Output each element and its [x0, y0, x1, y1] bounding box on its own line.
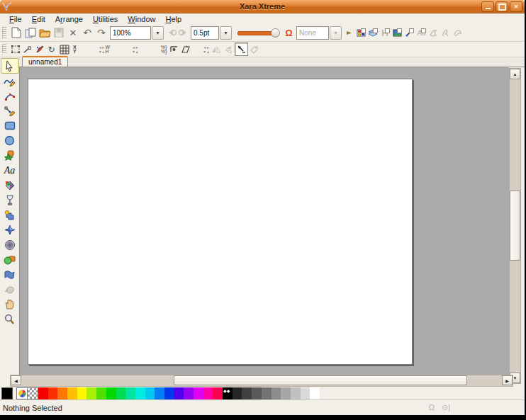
color-swatch[interactable]: [106, 387, 116, 399]
color-swatch[interactable]: [164, 387, 174, 399]
scroll-right-button[interactable]: ▶: [502, 375, 513, 385]
color-swatch[interactable]: [281, 387, 291, 399]
fill-gallery-button[interactable]: [355, 27, 367, 39]
live-effects-tool-button[interactable]: [1, 282, 18, 297]
snap-to-objects-button[interactable]: Ω: [283, 27, 295, 39]
line-width-dropdown[interactable]: ▼: [220, 26, 232, 40]
transparency-gallery-button[interactable]: [440, 27, 452, 39]
pen-tool-button[interactable]: [1, 103, 18, 118]
menu-file[interactable]: File: [4, 15, 27, 23]
selector-tool-button[interactable]: [1, 58, 19, 74]
ellipse-tool-button[interactable]: [1, 133, 18, 148]
fill-type-dropdown[interactable]: ▼: [330, 26, 342, 40]
rectangle-tool-button[interactable]: [1, 118, 18, 133]
transparency-tool-button[interactable]: [1, 193, 18, 208]
feather-slider-handle[interactable]: [271, 28, 280, 38]
save-button[interactable]: [52, 25, 66, 40]
color-swatch[interactable]: [67, 387, 77, 399]
push-tool-button[interactable]: [1, 297, 18, 312]
scroll-up-button[interactable]: ▲: [510, 69, 520, 79]
menu-window[interactable]: Window: [123, 15, 160, 23]
menu-help[interactable]: Help: [160, 15, 186, 23]
horizontal-scroll-thumb[interactable]: [174, 375, 467, 385]
rotate-mode-icon[interactable]: ↻: [45, 43, 57, 55]
name-gallery-button[interactable]: [379, 27, 391, 39]
color-swatch[interactable]: [213, 387, 223, 399]
zoom-to-drawing-button[interactable]: [177, 27, 189, 39]
color-swatch[interactable]: [96, 387, 106, 399]
rotation-center-icon[interactable]: [168, 43, 180, 55]
color-swatch[interactable]: [125, 387, 135, 399]
paint-on-object-icon[interactable]: [33, 43, 45, 55]
color-swatch[interactable]: [116, 387, 126, 399]
open-button[interactable]: [38, 25, 52, 40]
skew-icon[interactable]: [180, 43, 192, 55]
flip-horizontal-icon[interactable]: [211, 43, 223, 55]
nudge-controls[interactable]: ◂ ▸▾ ▴: [133, 45, 138, 54]
flip-vertical-icon[interactable]: [223, 43, 235, 55]
color-editor-button[interactable]: [16, 387, 28, 399]
snap-to-grid-icon[interactable]: [57, 42, 72, 57]
apply-arrow-icon[interactable]: [343, 27, 355, 39]
shadow-tool-button[interactable]: [1, 208, 18, 222]
color-swatch[interactable]: [155, 387, 164, 399]
toolbar-grip[interactable]: [2, 27, 6, 39]
toolbar-grip[interactable]: [2, 44, 6, 55]
bevel-tool-button[interactable]: [1, 222, 18, 237]
quickshape-tool-button[interactable]: [1, 148, 18, 163]
print-button[interactable]: [23, 25, 38, 40]
redo-button[interactable]: ↷: [94, 25, 108, 40]
new-document-button[interactable]: [9, 25, 23, 40]
zoom-level-value[interactable]: 100%: [110, 26, 151, 40]
color-swatch[interactable]: [194, 387, 203, 399]
color-swatch[interactable]: [86, 387, 96, 399]
select-under-icon[interactable]: [21, 43, 33, 55]
canvas-area[interactable]: [19, 67, 509, 375]
line-gallery-button[interactable]: [403, 27, 415, 39]
designs-gallery-button[interactable]: [452, 27, 464, 39]
zoom-tool-button[interactable]: [1, 312, 18, 327]
menu-utilities[interactable]: Utilities: [88, 15, 123, 23]
feather-slider[interactable]: [236, 27, 280, 38]
color-swatch[interactable]: [233, 387, 242, 399]
color-swatch[interactable]: [48, 387, 58, 399]
color-swatch[interactable]: [301, 387, 310, 399]
color-swatch[interactable]: ◆◆: [223, 387, 233, 399]
color-swatch[interactable]: [135, 387, 145, 399]
delete-button[interactable]: ✕: [66, 25, 80, 40]
color-swatch[interactable]: [145, 387, 155, 399]
document-page[interactable]: [28, 79, 413, 365]
fill-tool-button[interactable]: [1, 178, 18, 193]
text-tool-button[interactable]: Aa: [1, 163, 18, 178]
color-swatch[interactable]: [184, 387, 194, 399]
no-color-swatch[interactable]: [28, 387, 38, 399]
color-gallery-button[interactable]: [427, 27, 440, 39]
marquee-select-icon[interactable]: [9, 43, 21, 55]
color-swatch[interactable]: [38, 387, 48, 399]
font-gallery-button[interactable]: Aa: [415, 27, 427, 39]
fill-type-value[interactable]: None: [296, 26, 329, 40]
menu-edit[interactable]: Edit: [27, 15, 50, 23]
previous-zoom-button[interactable]: [165, 27, 177, 39]
minimize-button[interactable]: [481, 1, 494, 12]
color-swatch[interactable]: [262, 387, 272, 399]
color-swatch[interactable]: [291, 387, 301, 399]
blend-tool-button[interactable]: [1, 252, 18, 267]
mould-tool-button[interactable]: [1, 267, 18, 282]
color-swatch[interactable]: [203, 387, 213, 399]
color-swatch[interactable]: [272, 387, 281, 399]
scroll-left-button[interactable]: ◀: [11, 375, 21, 385]
tag-icon[interactable]: [248, 43, 260, 55]
nudge-controls-2[interactable]: ◂ ▸▾ ▴: [203, 45, 209, 54]
undo-button[interactable]: ↶: [80, 25, 94, 40]
color-swatch[interactable]: [77, 387, 87, 399]
maximize-button[interactable]: [496, 1, 508, 12]
horizontal-scrollbar[interactable]: ◀ ▶: [10, 375, 513, 387]
bitmap-gallery-button[interactable]: [391, 27, 403, 39]
menu-arrange[interactable]: Arrange: [50, 15, 88, 23]
clipart-gallery-button[interactable]: [367, 27, 379, 39]
color-swatch[interactable]: [252, 387, 262, 399]
contour-tool-button[interactable]: [1, 237, 18, 252]
shape-editor-tool-button[interactable]: [1, 89, 18, 103]
color-swatch[interactable]: [174, 387, 184, 399]
